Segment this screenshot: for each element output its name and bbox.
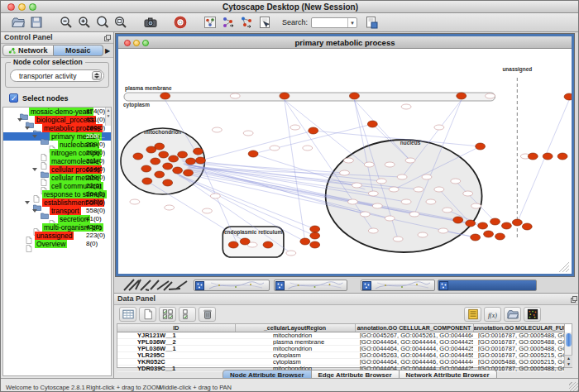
network-node[interactable]: [495, 233, 505, 240]
network-node[interactable]: [186, 158, 196, 165]
network-node[interactable]: [426, 199, 436, 204]
minimized-window[interactable]: [438, 280, 537, 291]
network-node[interactable]: [471, 234, 481, 241]
table-icon[interactable]: [119, 307, 136, 322]
open-file-button[interactable]: [10, 15, 26, 31]
help-button[interactable]: [172, 15, 189, 31]
network-node[interactable]: [290, 125, 300, 130]
table-cell[interactable]: cytoplasm: [235, 358, 355, 365]
table-cell[interactable]: YKR052C: [117, 358, 235, 365]
annotation-button[interactable]: [256, 15, 273, 31]
table-cell[interactable]: mitochondrion: [235, 332, 355, 338]
zoom-selected-button[interactable]: [112, 15, 129, 31]
tree-row[interactable]: primary metabo209(...: [3, 132, 111, 141]
network-node[interactable]: [195, 157, 205, 164]
attribute-list-icon[interactable]: [464, 307, 481, 322]
network-node[interactable]: [476, 143, 486, 150]
network-node[interactable]: [165, 205, 175, 210]
network-node[interactable]: [310, 232, 320, 239]
network-node[interactable]: [360, 212, 370, 217]
zoom-fit-button[interactable]: [94, 15, 111, 31]
network-node[interactable]: [401, 199, 411, 204]
network-node[interactable]: [240, 238, 250, 245]
network-node[interactable]: [169, 155, 179, 162]
network-node[interactable]: [303, 146, 313, 151]
tree-expand-arrow-icon[interactable]: [32, 209, 37, 213]
network-node[interactable]: [451, 179, 461, 184]
table-cell[interactable]: cytoplasm: [235, 351, 355, 358]
network-node[interactable]: [347, 199, 357, 204]
snapshot-button[interactable]: [142, 15, 159, 31]
save-button[interactable]: [28, 15, 45, 31]
unselect-attributes-icon[interactable]: [179, 307, 196, 322]
tree-row[interactable]: cellular process614(0): [3, 165, 111, 174]
new-attribute-icon[interactable]: [139, 307, 156, 322]
network-node[interactable]: [210, 194, 220, 198]
network-node[interactable]: [434, 187, 444, 192]
network-node[interactable]: [141, 165, 151, 172]
network-node[interactable]: [133, 153, 143, 160]
network-node[interactable]: [557, 153, 567, 160]
network-node[interactable]: [385, 162, 395, 167]
table-row[interactable]: YJR121W__1mitochondrion[GO:0045267, GO:0…: [117, 332, 564, 338]
network-node[interactable]: [393, 237, 403, 241]
table-cell[interactable]: [GO:0045267, GO:0045261, GO:0044464, G..…: [355, 332, 473, 338]
tree-row[interactable]: unassigned223(0): [3, 232, 111, 240]
tree-row[interactable]: cell communicat22(0): [3, 182, 111, 190]
network-node[interactable]: [453, 217, 463, 223]
table-cell[interactable]: YLR295C: [117, 351, 235, 358]
matrix-icon[interactable]: [524, 307, 541, 322]
network-node[interactable]: [443, 208, 452, 213]
select-attributes-icon[interactable]: [159, 307, 176, 322]
table-cell[interactable]: [GO:0016787, GO:0005488, GO:0005215, G..…: [473, 338, 564, 345]
network-node[interactable]: [405, 158, 415, 163]
tree-row[interactable]: macromolecule311(0): [3, 157, 111, 165]
network-node[interactable]: [501, 222, 511, 229]
table-row[interactable]: YPL036W__1mitochondrion[GO:0044464, GO:0…: [117, 345, 564, 351]
table-cell[interactable]: YJR121W__1: [117, 332, 235, 338]
network-node[interactable]: [409, 212, 419, 217]
network-edge[interactable]: [285, 100, 365, 165]
table-scrollbar-thumb[interactable]: [566, 333, 572, 347]
search-input[interactable]: ▾: [311, 17, 357, 28]
network-node[interactable]: [349, 93, 359, 99]
network-node[interactable]: [376, 179, 386, 184]
network-node[interactable]: [230, 93, 240, 98]
network-node[interactable]: [263, 241, 273, 248]
network-node[interactable]: [151, 158, 160, 165]
table-row[interactable]: YLR295Ccytoplasm[GO:0045263, GO:0044464,…: [117, 351, 564, 358]
network-node[interactable]: [280, 93, 290, 99]
layout-button-2[interactable]: [238, 15, 255, 31]
network-node[interactable]: [178, 151, 188, 158]
tree-row-label[interactable]: transport: [50, 207, 81, 215]
network-node[interactable]: [389, 187, 399, 192]
minimized-window[interactable]: [274, 280, 347, 291]
network-node[interactable]: [364, 162, 374, 167]
table-column-header[interactable]: ID: [117, 324, 235, 332]
table-cell[interactable]: [GO:0045263, GO:0044464, GO:0044455, G..…: [355, 351, 473, 358]
network-node[interactable]: [160, 93, 170, 99]
network-node[interactable]: [486, 93, 495, 98]
table-scrollbar-arrows[interactable]: ▲▼: [565, 355, 572, 367]
network-node[interactable]: [212, 127, 222, 132]
tree-row[interactable]: mosaic-demo-yeast874(0): [3, 108, 111, 116]
network-node[interactable]: [367, 121, 377, 127]
network-node[interactable]: [438, 228, 448, 233]
network-node[interactable]: [310, 241, 320, 248]
search-dropdown-arrow[interactable]: ▾: [347, 18, 356, 27]
tree-expand-arrow-icon[interactable]: [17, 118, 22, 122]
network-node[interactable]: [368, 228, 378, 233]
network-node[interactable]: [159, 151, 169, 158]
table-cell[interactable]: YPL036W__1: [117, 345, 235, 351]
table-cell[interactable]: plasma membrane: [235, 338, 355, 345]
network-node[interactable]: [478, 222, 488, 229]
tree-row-label[interactable]: secretion: [58, 215, 90, 223]
network-node[interactable]: [344, 158, 354, 163]
network-node[interactable]: [202, 208, 212, 213]
network-node[interactable]: [248, 151, 258, 157]
network-node[interactable]: [173, 167, 183, 174]
tree-row[interactable]: transport558(0): [3, 207, 111, 215]
tree-row[interactable]: metabolic process280(0): [3, 124, 111, 132]
table-cell[interactable]: [GO:0016787, GO:0005215, GO:0003824, G..…: [473, 351, 564, 358]
network-node[interactable]: [471, 203, 481, 208]
